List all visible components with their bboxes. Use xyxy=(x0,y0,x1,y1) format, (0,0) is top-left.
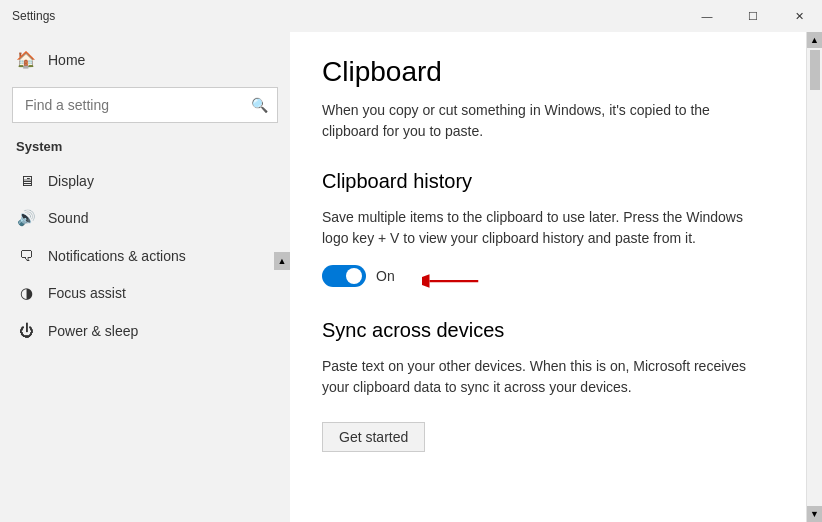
close-button[interactable]: ✕ xyxy=(776,0,822,32)
app-body: 🏠 Home 🔍 System 🖥 Display 🔊 Sound 🗨 Noti… xyxy=(0,32,822,522)
focus-icon: ◑ xyxy=(16,284,36,302)
sidebar-nav-label-display: Display xyxy=(48,173,94,189)
right-scrollbar: ▲ ▼ xyxy=(806,32,822,522)
scrollbar-down-button[interactable]: ▼ xyxy=(807,506,823,522)
sidebar-home-label: Home xyxy=(48,52,85,68)
power-icon: ⏻ xyxy=(16,322,36,339)
sync-devices-title: Sync across devices xyxy=(322,319,774,342)
sidebar-nav-label-notifications: Notifications & actions xyxy=(48,248,186,264)
clipboard-history-toggle-row: On xyxy=(322,265,774,287)
main-panel: Clipboard When you copy or cut something… xyxy=(290,32,806,522)
sidebar-item-notifications[interactable]: 🗨 Notifications & actions xyxy=(0,237,290,274)
arrow-annotation xyxy=(422,269,482,293)
sidebar-nav-label-focus: Focus assist xyxy=(48,285,126,301)
search-input[interactable] xyxy=(12,87,278,123)
search-box: 🔍 xyxy=(12,87,278,123)
toggle-knob xyxy=(346,268,362,284)
sidebar-item-power[interactable]: ⏻ Power & sleep xyxy=(0,312,290,349)
clipboard-history-title: Clipboard history xyxy=(322,170,774,193)
minimize-button[interactable]: — xyxy=(684,0,730,32)
sidebar-nav-label-power: Power & sleep xyxy=(48,323,138,339)
get-started-button[interactable]: Get started xyxy=(322,422,425,452)
maximize-button[interactable]: ☐ xyxy=(730,0,776,32)
scrollbar-thumb[interactable] xyxy=(810,50,820,90)
sidebar-nav-label-sound: Sound xyxy=(48,210,88,226)
arrow-svg xyxy=(422,269,482,293)
sidebar-item-focus[interactable]: ◑ Focus assist xyxy=(0,274,290,312)
titlebar: Settings — ☐ ✕ xyxy=(0,0,822,32)
display-icon: 🖥 xyxy=(16,172,36,189)
home-icon: 🏠 xyxy=(16,50,36,69)
sidebar-item-sound[interactable]: 🔊 Sound xyxy=(0,199,290,237)
page-description: When you copy or cut something in Window… xyxy=(322,100,742,142)
clipboard-history-toggle[interactable] xyxy=(322,265,366,287)
sidebar-item-home[interactable]: 🏠 Home xyxy=(0,40,290,79)
sidebar-scroll-up[interactable]: ▲ xyxy=(274,252,290,270)
notifications-icon: 🗨 xyxy=(16,247,36,264)
sound-icon: 🔊 xyxy=(16,209,36,227)
sidebar: 🏠 Home 🔍 System 🖥 Display 🔊 Sound 🗨 Noti… xyxy=(0,32,290,522)
page-title: Clipboard xyxy=(322,56,774,88)
titlebar-title: Settings xyxy=(12,9,55,23)
clipboard-history-description: Save multiple items to the clipboard to … xyxy=(322,207,752,249)
titlebar-controls: — ☐ ✕ xyxy=(684,0,822,32)
sidebar-section-label: System xyxy=(0,135,290,162)
scrollbar-up-button[interactable]: ▲ xyxy=(807,32,823,48)
toggle-label: On xyxy=(376,268,395,284)
sync-devices-description: Paste text on your other devices. When t… xyxy=(322,356,752,398)
sidebar-item-display[interactable]: 🖥 Display xyxy=(0,162,290,199)
